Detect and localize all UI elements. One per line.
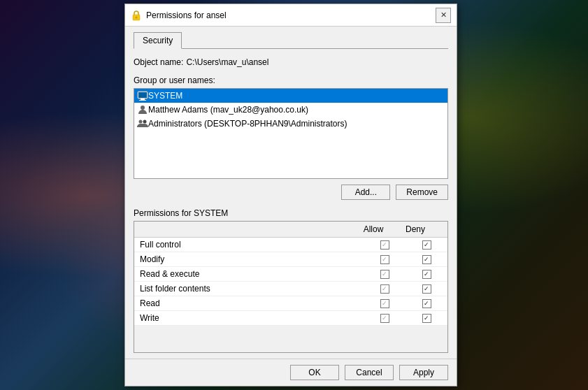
checkbox-deny-read-execute[interactable] — [422, 270, 431, 279]
users-list: SYSTEM Matthew Adams (mav_uk28@yahoo.co.… — [134, 88, 448, 179]
perm-deny-list-folder[interactable] — [406, 282, 447, 295]
user-item-admins[interactable]: Administrators (DESKTOP-8PHHAN9\Administ… — [134, 117, 447, 131]
checkbox-deny-list-folder[interactable] — [422, 284, 431, 294]
perm-allow-modify[interactable] — [364, 253, 406, 266]
svg-rect-4 — [139, 100, 146, 101]
svg-point-7 — [139, 120, 143, 124]
perm-deny-read[interactable] — [406, 297, 447, 310]
svg-point-8 — [143, 120, 147, 124]
admin-icon — [137, 118, 148, 129]
object-name-value: C:\Users\mav_u\ansel — [186, 57, 268, 67]
perm-col-name — [134, 223, 352, 236]
apply-button[interactable]: Apply — [399, 365, 448, 380]
remove-button[interactable]: Remove — [396, 185, 448, 200]
perm-allow-read-execute[interactable] — [364, 268, 406, 280]
perm-deny-full-control[interactable] — [406, 238, 447, 251]
system-icon — [137, 90, 148, 101]
perm-row-full-control: Full control — [134, 238, 447, 252]
perm-allow-list-folder[interactable] — [364, 282, 406, 295]
svg-rect-3 — [141, 99, 145, 100]
checkbox-allow-full-control[interactable] — [380, 240, 389, 250]
perm-name-write: Write — [134, 312, 364, 324]
checkbox-allow-write[interactable] — [380, 314, 389, 323]
permissions-label: Permissions for SYSTEM — [134, 208, 448, 218]
object-name-label: Object name: — [134, 57, 183, 67]
object-name-row: Object name: C:\Users\mav_u\ansel — [134, 57, 448, 67]
perm-name-modify: Modify — [134, 253, 364, 266]
permissions-section: Permissions for SYSTEM Allow Deny Full c… — [134, 208, 448, 353]
dialog-titlebar: Permissions for ansel ✕ — [125, 4, 457, 27]
close-button[interactable]: ✕ — [436, 8, 451, 23]
dialog-title-icon — [131, 10, 142, 21]
permissions-dialog: Permissions for ansel ✕ Security Object … — [124, 3, 457, 387]
checkbox-allow-read[interactable] — [380, 299, 389, 308]
perm-allow-write[interactable] — [364, 312, 406, 324]
add-remove-buttons: Add... Remove — [134, 185, 448, 200]
perm-deny-modify[interactable] — [406, 253, 447, 266]
checkbox-deny-modify[interactable] — [422, 255, 431, 264]
cancel-button[interactable]: Cancel — [345, 365, 394, 380]
perm-row-modify: Modify — [134, 252, 447, 267]
checkbox-deny-write[interactable] — [422, 314, 431, 323]
dialog-container: Permissions for ansel ✕ Security Object … — [124, 3, 457, 387]
svg-rect-5 — [138, 92, 147, 98]
permissions-header: Allow Deny — [134, 222, 447, 238]
perm-col-deny: Deny — [394, 223, 436, 236]
perm-deny-write[interactable] — [406, 312, 447, 324]
user-item-system[interactable]: SYSTEM — [134, 89, 447, 103]
checkbox-allow-read-execute[interactable] — [380, 270, 389, 279]
dialog-content: Security Object name: C:\Users\mav_u\ans… — [125, 27, 457, 359]
user-system-name: SYSTEM — [148, 91, 182, 101]
user-item-matthew[interactable]: Matthew Adams (mav_uk28@yahoo.co.uk) — [134, 103, 447, 117]
perm-name-list-folder: List folder contents — [134, 282, 364, 295]
checkbox-deny-read[interactable] — [422, 299, 431, 308]
user-matthew-name: Matthew Adams (mav_uk28@yahoo.co.uk) — [148, 105, 308, 115]
checkbox-allow-list-folder[interactable] — [380, 284, 389, 294]
user-icon — [137, 104, 148, 115]
perm-name-read-execute: Read & execute — [134, 268, 364, 280]
tab-security[interactable]: Security — [134, 32, 182, 49]
perm-row-read-execute: Read & execute — [134, 267, 447, 282]
perm-name-full-control: Full control — [134, 238, 364, 251]
svg-point-1 — [136, 16, 138, 18]
tab-bar: Security — [134, 32, 448, 49]
group-users-label: Group or user names: — [134, 75, 448, 85]
perm-row-read: Read — [134, 296, 447, 311]
dialog-title-text: Permissions for ansel — [146, 10, 436, 20]
checkbox-allow-modify[interactable] — [380, 255, 389, 264]
svg-point-6 — [141, 106, 145, 110]
permissions-table: Allow Deny Full control — [134, 221, 448, 353]
dialog-footer: OK Cancel Apply — [125, 359, 457, 386]
perm-row-write: Write — [134, 311, 447, 326]
perm-name-read: Read — [134, 297, 364, 310]
add-button[interactable]: Add... — [341, 185, 390, 200]
ok-button[interactable]: OK — [290, 365, 339, 380]
perm-deny-read-execute[interactable] — [406, 268, 447, 280]
perm-col-allow: Allow — [352, 223, 394, 236]
perm-row-list-folder: List folder contents — [134, 282, 447, 296]
checkbox-deny-full-control[interactable] — [422, 240, 431, 250]
perm-allow-read[interactable] — [364, 297, 406, 310]
perm-allow-full-control[interactable] — [364, 238, 406, 251]
permissions-body[interactable]: Full control Modify — [134, 238, 447, 352]
user-admins-name: Administrators (DESKTOP-8PHHAN9\Administ… — [148, 119, 347, 129]
